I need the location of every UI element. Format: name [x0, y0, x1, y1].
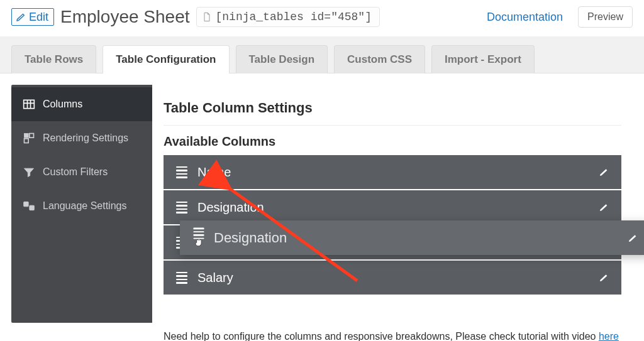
shortcode-chip[interactable]: [ninja_tables id="458"]	[196, 7, 380, 27]
svg-rect-7	[24, 202, 29, 207]
pencil-icon	[599, 167, 609, 177]
drag-handle-icon[interactable]	[176, 202, 187, 214]
edit-label: Edit	[29, 11, 48, 24]
documentation-link[interactable]: Documentation	[487, 11, 563, 24]
sidebar: Columns Rendering Settings Custom Filter…	[11, 85, 152, 323]
document-icon	[202, 12, 212, 22]
sidebar-item-language[interactable]: A Language Settings	[11, 189, 152, 223]
pencil-icon	[599, 273, 609, 283]
pencil-icon	[628, 233, 638, 243]
tab-table-configuration[interactable]: Table Configuration	[103, 45, 229, 73]
drag-handle-icon-with-cursor[interactable]	[192, 227, 205, 249]
drag-handle-icon[interactable]	[176, 166, 187, 178]
content-panel: Table Column Settings Available Columns …	[152, 85, 633, 323]
tab-import-export[interactable]: Import - Export	[431, 45, 535, 73]
tab-custom-css[interactable]: Custom CSS	[334, 45, 425, 73]
sidebar-item-columns[interactable]: Columns	[11, 87, 152, 121]
tab-table-design[interactable]: Table Design	[236, 45, 328, 73]
drag-handle-icon[interactable]	[176, 272, 187, 284]
filter-icon	[23, 166, 35, 178]
edit-column-button[interactable]	[628, 233, 638, 243]
columns-icon	[23, 98, 35, 111]
svg-rect-0	[24, 100, 35, 108]
help-link[interactable]: here	[599, 331, 619, 341]
svg-rect-5	[30, 134, 34, 138]
sidebar-item-label: Rendering Settings	[43, 133, 128, 144]
shortcode-text: [ninja_tables id="458"]	[216, 11, 372, 23]
edit-column-button[interactable]	[599, 273, 609, 283]
pencil-icon	[16, 12, 26, 22]
rendering-icon	[23, 132, 35, 144]
svg-rect-6	[25, 139, 29, 143]
sidebar-item-label: Columns	[43, 99, 82, 110]
sidebar-item-rendering[interactable]: Rendering Settings	[11, 121, 152, 155]
svg-line-10	[225, 185, 357, 281]
help-prefix: Need help to configure the columns and r…	[164, 331, 599, 341]
help-text: Need help to configure the columns and r…	[164, 295, 621, 341]
edit-button[interactable]: Edit	[11, 8, 54, 26]
edit-column-button[interactable]	[599, 167, 609, 177]
svg-text:A: A	[31, 206, 33, 210]
workspace: Columns Rendering Settings Custom Filter…	[0, 73, 644, 334]
language-icon: A	[23, 200, 35, 212]
pencil-icon	[599, 202, 609, 212]
preview-button[interactable]: Preview	[578, 6, 633, 28]
section-title: Table Column Settings	[164, 94, 621, 126]
tab-table-rows[interactable]: Table Rows	[11, 45, 96, 73]
edit-column-button[interactable]	[599, 202, 609, 212]
svg-rect-4	[25, 134, 29, 138]
sidebar-item-label: Language Settings	[43, 200, 126, 212]
page-header: Edit Employee Sheet [ninja_tables id="45…	[0, 0, 644, 36]
page-title: Employee Sheet	[60, 7, 189, 27]
available-columns-subtitle: Available Columns	[164, 126, 621, 155]
annotation-arrow	[213, 174, 364, 287]
sidebar-item-filters[interactable]: Custom Filters	[11, 155, 152, 189]
sidebar-item-label: Custom Filters	[43, 166, 108, 178]
tab-strip: Table Rows Table Configuration Table Des…	[0, 36, 644, 73]
